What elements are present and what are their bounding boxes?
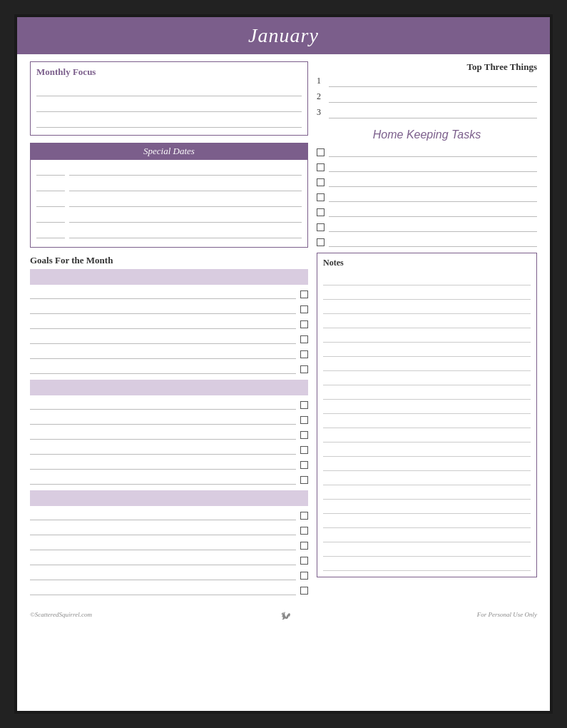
top-three-item: 3 xyxy=(317,107,537,118)
monthly-focus-label: Monthly Focus xyxy=(36,66,302,78)
home-task-checkbox[interactable] xyxy=(317,163,325,171)
top-three-line xyxy=(329,107,537,118)
goal-line xyxy=(30,554,296,565)
goal-checkbox[interactable] xyxy=(300,401,308,409)
goal-line xyxy=(30,584,296,595)
notes-line xyxy=(323,458,531,471)
date-num xyxy=(36,211,65,223)
notes-line xyxy=(323,387,531,400)
notes-line xyxy=(323,487,531,500)
notes-line xyxy=(323,358,531,371)
goal-line xyxy=(30,413,296,425)
top-three-num-1: 1 xyxy=(317,76,325,86)
home-task-checkbox[interactable] xyxy=(317,238,325,246)
notes-line xyxy=(323,515,531,528)
home-task-item xyxy=(317,146,537,157)
home-task-item xyxy=(317,236,537,247)
focus-line xyxy=(36,84,302,96)
date-desc xyxy=(69,227,302,238)
goal-checkbox[interactable] xyxy=(300,335,308,343)
goal-line xyxy=(30,363,296,374)
home-task-checkbox[interactable] xyxy=(317,223,325,231)
date-num xyxy=(36,180,65,191)
goal-checkbox[interactable] xyxy=(300,461,308,469)
top-three-line xyxy=(329,76,537,87)
right-column: Top Three Things 1 2 3 Home Keeping Task… xyxy=(317,61,537,601)
home-task-line xyxy=(329,206,537,217)
goal-line xyxy=(30,443,296,455)
goal-line xyxy=(30,509,296,520)
home-task-item xyxy=(317,161,537,172)
top-three-line xyxy=(329,91,537,103)
goal-checkbox[interactable] xyxy=(300,446,308,454)
date-desc xyxy=(69,164,302,176)
goal-checkbox[interactable] xyxy=(300,305,308,313)
home-task-checkbox[interactable] xyxy=(317,178,325,186)
notes-line xyxy=(323,401,531,414)
notes-line xyxy=(323,530,531,542)
goal-group-header xyxy=(30,269,308,285)
home-task-checkbox[interactable] xyxy=(317,148,325,156)
goal-group-1 xyxy=(30,269,308,374)
notes-line xyxy=(323,301,531,314)
goal-checkbox[interactable] xyxy=(300,527,308,535)
goal-line xyxy=(30,288,296,299)
notes-line xyxy=(323,287,531,300)
goal-group-header xyxy=(30,490,308,506)
home-task-checkbox[interactable] xyxy=(317,193,325,201)
goal-line xyxy=(30,524,296,535)
page-footer: ©ScatteredSquirrel.com 🐿 For Personal Us… xyxy=(17,608,550,625)
goal-checkbox[interactable] xyxy=(300,476,308,484)
notes-box: Notes xyxy=(317,253,537,577)
goal-item xyxy=(30,509,308,520)
date-num xyxy=(36,227,65,238)
goal-checkbox[interactable] xyxy=(300,431,308,439)
goals-section: Goals For the Month xyxy=(30,255,308,595)
home-keeping-title: Home Keeping Tasks xyxy=(317,128,537,141)
goal-checkbox[interactable] xyxy=(300,587,308,595)
goal-checkbox[interactable] xyxy=(300,512,308,520)
goal-item xyxy=(30,413,308,425)
goal-item xyxy=(30,524,308,535)
notes-line xyxy=(323,558,531,571)
goal-line xyxy=(30,428,296,440)
goal-checkbox[interactable] xyxy=(300,320,308,328)
notes-line xyxy=(323,501,531,514)
goal-line xyxy=(30,333,296,344)
home-task-checkbox[interactable] xyxy=(317,208,325,216)
goal-line xyxy=(30,458,296,470)
goal-item xyxy=(30,569,308,580)
date-num xyxy=(36,196,65,207)
notes-title: Notes xyxy=(323,258,531,268)
goal-item xyxy=(30,288,308,299)
notes-line xyxy=(323,472,531,485)
goal-item xyxy=(30,303,308,314)
goal-item xyxy=(30,333,308,344)
goal-checkbox[interactable] xyxy=(300,572,308,580)
notes-line xyxy=(323,273,531,285)
goal-checkbox[interactable] xyxy=(300,350,308,358)
special-dates-box xyxy=(30,160,308,248)
goal-group-3 xyxy=(30,490,308,595)
notes-line xyxy=(323,330,531,343)
date-desc xyxy=(69,211,302,223)
top-three-item: 2 xyxy=(317,91,537,103)
goal-checkbox[interactable] xyxy=(300,542,308,550)
goal-item xyxy=(30,584,308,595)
focus-line xyxy=(36,115,302,128)
goal-checkbox[interactable] xyxy=(300,416,308,424)
top-three-item: 1 xyxy=(317,76,537,87)
goal-checkbox[interactable] xyxy=(300,290,308,298)
notes-line xyxy=(323,444,531,457)
goal-item xyxy=(30,554,308,565)
page: January Monthly Focus Special Dates xyxy=(14,14,553,714)
goal-item xyxy=(30,348,308,359)
goal-checkbox[interactable] xyxy=(300,557,308,565)
notes-line xyxy=(323,315,531,328)
home-task-line xyxy=(329,236,537,247)
month-title: January xyxy=(248,24,319,46)
special-dates-header: Special Dates xyxy=(30,143,308,160)
notes-line xyxy=(323,430,531,443)
goal-item xyxy=(30,443,308,455)
goal-checkbox[interactable] xyxy=(300,365,308,373)
